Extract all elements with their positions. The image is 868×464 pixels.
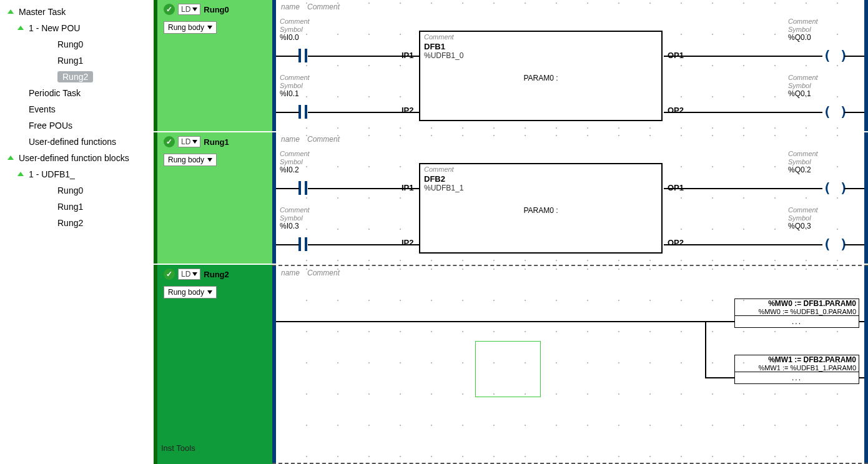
rung1[interactable]: ✓ LD Rung1 Rung body nameComment Comment… <box>154 132 868 264</box>
rung2[interactable]: ✓ LD Rung2 Rung body Inst Tools nameComm… <box>154 265 868 464</box>
wire <box>276 244 299 245</box>
tree-periodic[interactable]: Periodic Task <box>2 85 154 101</box>
lang-dropdown[interactable]: LD <box>178 4 200 15</box>
function-block[interactable]: Comment DFB1 %UDFB1_0 PARAM0 : IP1 IP2 O… <box>419 31 663 121</box>
wire <box>844 56 864 57</box>
rungbody-label: Rung body <box>168 288 204 297</box>
spacer <box>16 138 24 146</box>
rung-header: ✓ LD Rung1 Rung body <box>154 132 272 264</box>
project-tree: Master Task 1 - New POU Rung0 Rung1 Rung… <box>0 0 154 464</box>
lang-dropdown[interactable]: LD <box>178 269 200 280</box>
rung-body-canvas[interactable]: nameComment CommentSymbol%I0.2 CommentSy… <box>272 132 868 264</box>
rung-body-canvas[interactable]: nameComment CommentSymbol%I0.0 CommentSy… <box>272 0 868 131</box>
wire <box>844 244 864 245</box>
tree-label: Rung0 <box>57 185 83 195</box>
tree-free-pous[interactable]: Free POUs <box>2 117 154 134</box>
function-block[interactable]: Comment DFB2 %UDFB1_1 PARAM0 : IP1 IP2 O… <box>419 163 663 254</box>
tree-udfb-rung1[interactable]: Rung1 <box>2 199 154 215</box>
rungbody-dropdown[interactable]: Rung body <box>164 154 217 166</box>
op-dots: ... <box>735 315 859 327</box>
pin-op2: OP2 <box>668 106 684 115</box>
spacer <box>45 57 52 64</box>
tree-rung1[interactable]: Rung1 <box>2 52 154 69</box>
chevron-down-icon <box>207 26 212 29</box>
wire <box>664 112 822 113</box>
spacer <box>45 187 52 194</box>
tree-udf[interactable]: User-defined functions <box>2 134 154 150</box>
lang-dropdown[interactable]: LD <box>178 136 200 147</box>
coil-label-out1: CommentSymbol%Q0.2 <box>788 150 818 174</box>
wire <box>276 188 299 189</box>
coil-label-out2: CommentSymbol%Q0.3 <box>788 206 818 230</box>
lang-label: LD <box>181 137 190 146</box>
caret-icon <box>6 154 14 162</box>
wire <box>859 377 864 378</box>
caret-icon <box>16 170 24 178</box>
operate-block-1[interactable]: %MW0 := DFB1.PARAM0 %MW0 := %UDFB1_0.PAR… <box>734 299 859 328</box>
lang-label: LD <box>181 5 190 14</box>
spacer <box>16 106 24 113</box>
tree-label: Rung1 <box>57 56 83 66</box>
pin-op2: OP2 <box>668 238 684 247</box>
tree-new-pou[interactable]: 1 - New POU <box>2 20 154 36</box>
coil-label-out1: CommentSymbol%Q0.0 <box>788 17 818 42</box>
rung-title: Rung2 <box>204 270 229 279</box>
fb-comment: Comment <box>420 32 661 42</box>
wire <box>664 56 822 57</box>
right-power-rail <box>864 266 868 463</box>
rungbody-label: Rung body <box>168 155 204 164</box>
tree-label: 1 - UDFB1_ <box>29 169 75 179</box>
ladder-editor: ✓ LD Rung0 Rung body nameComment Comment… <box>154 0 868 464</box>
fb-instance: %UDFB1_1 <box>420 184 661 192</box>
tree-rung0[interactable]: Rung0 <box>2 36 154 52</box>
tree-label: Events <box>29 104 56 114</box>
tree-master-task[interactable]: Master Task <box>2 4 154 20</box>
tree-label: User-defined functions <box>29 137 116 147</box>
fb-name: DFB1 <box>420 42 661 51</box>
tree-label: Rung2 <box>57 71 93 82</box>
pin-ip2: IP2 <box>402 238 414 247</box>
rung0[interactable]: ✓ LD Rung0 Rung body nameComment Comment… <box>154 0 868 131</box>
op-line2: %MW0 := %UDFB1_0.PARAM0 <box>735 308 859 315</box>
rung-title: Rung1 <box>204 137 229 147</box>
tree-udfb1[interactable]: 1 - UDFB1_ <box>2 166 154 182</box>
check-icon: ✓ <box>164 136 175 147</box>
rung-header: ✓ LD Rung0 Rung body <box>154 0 272 131</box>
spacer <box>45 219 52 227</box>
row-header: nameComment <box>281 135 340 144</box>
tree-label: Rung2 <box>57 218 83 228</box>
tree-udfb-rung0[interactable]: Rung0 <box>2 182 154 199</box>
chevron-down-icon <box>192 7 197 11</box>
wire <box>859 321 864 322</box>
rung-body-canvas[interactable]: nameComment %MW0 := DFB1.PARAM0 %MW0 := … <box>272 265 868 464</box>
tree-udfb-rung2[interactable]: Rung2 <box>2 215 154 231</box>
op-line1: %MW0 := DFB1.PARAM0 <box>735 299 859 308</box>
op-line1: %MW1 := DFB2.PARAM0 <box>735 355 859 364</box>
chevron-down-icon <box>207 158 212 162</box>
tree-rung2[interactable]: Rung2 <box>2 69 154 85</box>
contact-label-in2: CommentSymbol%I0.1 <box>280 74 310 98</box>
tree-udfb[interactable]: User-defined function blocks <box>2 150 154 166</box>
tree-label: 1 - New POU <box>29 23 80 33</box>
tree-label: User-defined function blocks <box>19 153 129 163</box>
fb-param: PARAM0 : <box>420 204 661 217</box>
name-ph: name <box>281 2 300 11</box>
watermark-text: Inst Tools <box>161 443 195 453</box>
contact-label-in1: CommentSymbol%I0.0 <box>280 17 310 42</box>
tree-label: Rung1 <box>57 202 83 212</box>
tree-label: Master Task <box>19 7 66 17</box>
fb-comment: Comment <box>420 164 661 174</box>
wire <box>664 244 822 245</box>
pin-ip2: IP2 <box>402 106 414 115</box>
chevron-down-icon <box>192 272 197 276</box>
rungbody-dropdown[interactable]: Rung body <box>164 21 217 34</box>
tree-label: Free POUs <box>29 121 72 131</box>
check-icon: ✓ <box>164 4 175 15</box>
right-power-rail <box>864 0 868 131</box>
selection-box[interactable] <box>475 341 541 397</box>
rungbody-dropdown[interactable]: Rung body <box>164 286 217 299</box>
tree-label: Rung0 <box>57 39 83 49</box>
operate-block-2[interactable]: %MW1 := DFB2.PARAM0 %MW1 := %UDFB1_1.PAR… <box>734 355 859 384</box>
rung-title: Rung0 <box>204 5 229 14</box>
tree-events[interactable]: Events <box>2 101 154 117</box>
